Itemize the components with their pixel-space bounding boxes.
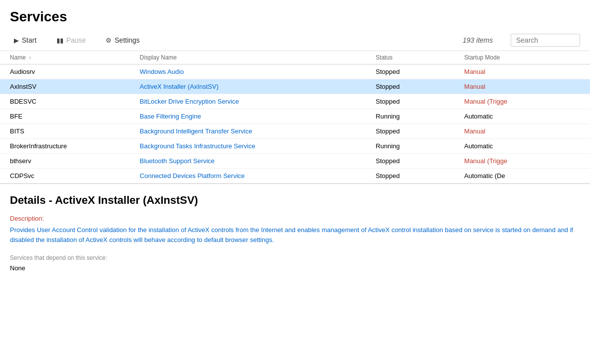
pause-label: Pause [66, 36, 86, 44]
table-row[interactable]: AudiosrvWindows AudioStoppedManual [0, 64, 590, 79]
services-table-container: Name ↑ Display Name Status Startup Mode … [0, 51, 590, 183]
cell-name: bthserv [0, 154, 130, 169]
cell-display-name: Background Intelligent Transfer Service [130, 124, 366, 139]
settings-button[interactable]: ⚙ Settings [102, 34, 144, 46]
cell-status: Running [366, 109, 455, 124]
col-header-status: Status [366, 51, 455, 64]
col-header-name[interactable]: Name ↑ [0, 51, 130, 64]
cell-startup-mode: Manual [454, 79, 590, 94]
cell-status: Stopped [366, 154, 455, 169]
table-header: Name ↑ Display Name Status Startup Mode [0, 51, 590, 64]
search-box[interactable] [511, 34, 580, 47]
table-row[interactable]: bthservBluetooth Support ServiceStoppedM… [0, 154, 590, 169]
table-body: AudiosrvWindows AudioStoppedManualAxInst… [0, 64, 590, 183]
cell-status: Stopped [366, 124, 455, 139]
cell-status: Stopped [366, 169, 455, 183]
cell-startup-mode: Manual [454, 124, 590, 139]
start-button[interactable]: ▶ Start [10, 34, 41, 46]
cell-display-name: ActiveX Installer (AxInstSV) [130, 79, 366, 94]
details-title: Details - ActiveX Installer (AxInstSV) [10, 194, 580, 207]
table-row[interactable]: AxInstSVActiveX Installer (AxInstSV)Stop… [0, 79, 590, 94]
cell-name: Audiosrv [0, 64, 130, 79]
services-table: Name ↑ Display Name Status Startup Mode … [0, 51, 590, 183]
toolbar: ▶ Start ▮▮ Pause ⚙ Settings 193 items [0, 30, 590, 51]
table-row[interactable]: BrokerInfrastructureBackground Tasks Inf… [0, 139, 590, 154]
cell-startup-mode: Automatic (De [454, 169, 590, 183]
cell-name: BFE [0, 109, 130, 124]
cell-status: Stopped [366, 79, 455, 94]
cell-startup-mode: Automatic [454, 139, 590, 154]
cell-startup-mode: Manual [454, 64, 590, 79]
cell-display-name: Bluetooth Support Service [130, 154, 366, 169]
cell-display-name: BitLocker Drive Encryption Service [130, 94, 366, 109]
cell-display-name: Background Tasks Infrastructure Service [130, 139, 366, 154]
search-input[interactable] [516, 36, 575, 44]
start-label: Start [22, 36, 37, 44]
cell-display-name: Connected Devices Platform Service [130, 169, 366, 183]
sort-arrow-name: ↑ [29, 55, 31, 61]
col-header-startup: Startup Mode [454, 51, 590, 64]
cell-name: BDESVC [0, 94, 130, 109]
cell-name: AxInstSV [0, 79, 130, 94]
details-description-label: Description: [10, 215, 580, 222]
cell-startup-mode: Manual (Trigge [454, 94, 590, 109]
details-description-text: Provides User Account Control validation… [10, 225, 580, 244]
cell-name: BITS [0, 124, 130, 139]
start-icon: ▶ [14, 37, 19, 44]
cell-status: Running [366, 139, 455, 154]
settings-label: Settings [115, 36, 140, 44]
cell-display-name: Windows Audio [130, 64, 366, 79]
pause-button[interactable]: ▮▮ Pause [53, 34, 90, 46]
table-row[interactable]: CDPSvcConnected Devices Platform Service… [0, 169, 590, 183]
cell-status: Stopped [366, 94, 455, 109]
cell-name: CDPSvc [0, 169, 130, 183]
settings-icon: ⚙ [106, 37, 112, 44]
cell-name: BrokerInfrastructure [0, 139, 130, 154]
col-header-display: Display Name [130, 51, 366, 64]
details-section: Details - ActiveX Installer (AxInstSV) D… [0, 184, 590, 282]
page-title: Services [0, 0, 590, 30]
details-depends-label: Services that depend on this service: [10, 254, 580, 261]
table-row[interactable]: BFEBase Filtering EngineRunningAutomatic [0, 109, 590, 124]
cell-startup-mode: Manual (Trigge [454, 154, 590, 169]
table-row[interactable]: BITSBackground Intelligent Transfer Serv… [0, 124, 590, 139]
cell-status: Stopped [366, 64, 455, 79]
pause-icon: ▮▮ [57, 37, 63, 44]
details-depends-value: None [10, 264, 580, 272]
cell-display-name: Base Filtering Engine [130, 109, 366, 124]
cell-startup-mode: Automatic [454, 109, 590, 124]
item-count: 193 items [463, 36, 493, 44]
table-row[interactable]: BDESVCBitLocker Drive Encryption Service… [0, 94, 590, 109]
